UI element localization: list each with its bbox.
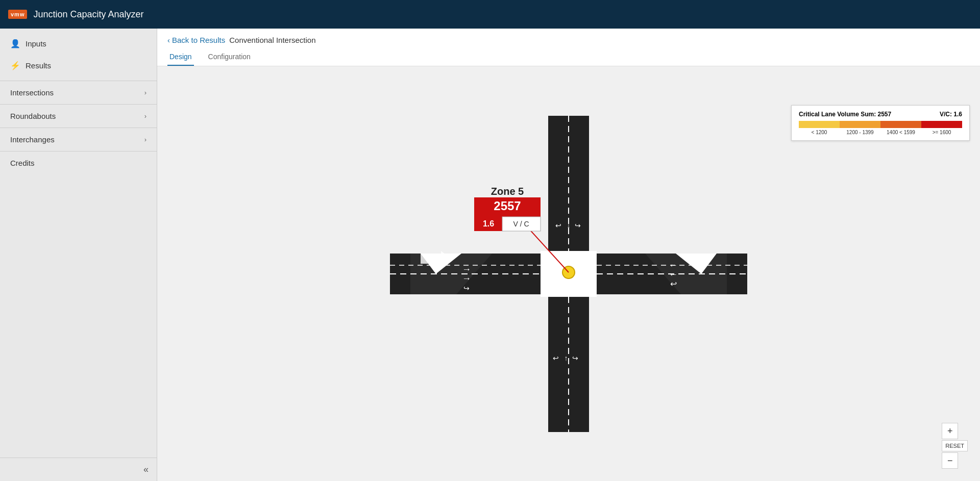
legend-title-row: Critical Lane Volume Sum: 2557 V/C: 1.6	[799, 111, 962, 118]
lightning-icon: ⚡	[10, 61, 20, 70]
sidebar-roundabouts-label: Roundabouts	[10, 112, 56, 120]
app-title: Junction Capacity Analyzer	[33, 9, 143, 20]
sidebar-section-interchanges: Interchanges ›	[0, 128, 157, 151]
legend-seg-2	[840, 121, 880, 128]
legend-label-3: 1400 < 1599	[880, 130, 921, 135]
back-to-results-link[interactable]: ‹ Back to Results	[167, 36, 225, 44]
sidebar-item-results-label: Results	[26, 61, 51, 70]
chevron-right-icon-2: ›	[144, 112, 146, 120]
legend-label-1: < 1200	[799, 130, 840, 135]
intersection-diagram: → → ↪ ← ← ↩ ↩ ↓ ↪ ↩ ↑ ↪	[390, 116, 747, 432]
sidebar-section-intersections: Intersections ›	[0, 81, 157, 105]
app-logo: vmw	[8, 10, 27, 19]
breadcrumb: ‹ Back to Results Conventional Intersect…	[167, 29, 970, 44]
minus-icon: −	[947, 455, 953, 466]
back-link-label: Back to Results	[172, 36, 225, 44]
sidebar-collapse-button[interactable]: «	[0, 458, 157, 481]
tab-design[interactable]: Design	[167, 48, 194, 66]
sidebar-section-roundabouts: Roundabouts ›	[0, 105, 157, 128]
sidebar-item-intersections[interactable]: Intersections ›	[0, 81, 157, 104]
sidebar-item-results[interactable]: ⚡ Results	[0, 55, 157, 77]
breadcrumb-current: Conventional Intersection	[229, 36, 315, 44]
zoom-out-button[interactable]: −	[942, 452, 958, 469]
legend-label-2: 1200 - 1399	[840, 130, 880, 135]
topbar: vmw Junction Capacity Analyzer	[0, 0, 980, 29]
svg-text:↪: ↪	[572, 354, 578, 362]
zoom-controls: + RESET −	[942, 423, 968, 469]
legend-clv-title: Critical Lane Volume Sum: 2557	[799, 111, 891, 118]
zoom-in-button[interactable]: +	[942, 423, 958, 439]
legend-bar-row	[799, 121, 962, 128]
reset-label: RESET	[945, 443, 964, 449]
legend-label-4: >= 1600	[921, 130, 962, 135]
legend-seg-1	[799, 121, 840, 128]
sidebar-item-interchanges[interactable]: Interchanges ›	[0, 128, 157, 151]
collapse-icon: «	[143, 464, 149, 474]
legend-seg-4	[921, 121, 962, 128]
chevron-left-icon: ‹	[167, 36, 170, 44]
svg-text:↩: ↩	[555, 221, 561, 230]
main-layout: 👤 Inputs ⚡ Results Intersections › Round…	[0, 29, 980, 481]
sidebar-item-credits[interactable]: Credits	[0, 151, 157, 174]
tab-configuration[interactable]: Configuration	[206, 48, 253, 66]
legend-labels: < 1200 1200 - 1399 1400 < 1599 >= 1600	[799, 130, 962, 135]
legend-box: Critical Lane Volume Sum: 2557 V/C: 1.6 …	[791, 105, 970, 141]
clv-value: 2557	[494, 199, 521, 213]
chevron-right-icon: ›	[144, 89, 146, 96]
svg-text:1.6: 1.6	[483, 219, 494, 228]
sidebar-interchanges-label: Interchanges	[10, 135, 55, 144]
sidebar-item-roundabouts[interactable]: Roundabouts ›	[0, 105, 157, 128]
content-area: ‹ Back to Results Conventional Intersect…	[157, 29, 980, 481]
legend-vc-label: V/C: 1.6	[940, 111, 962, 118]
sidebar-intersections-label: Intersections	[10, 88, 54, 97]
tab-configuration-label: Configuration	[208, 53, 251, 61]
sidebar: 👤 Inputs ⚡ Results Intersections › Round…	[0, 29, 157, 481]
chevron-right-icon-3: ›	[144, 136, 146, 143]
tab-design-label: Design	[169, 53, 192, 61]
svg-text:↑: ↑	[565, 354, 568, 362]
sidebar-item-inputs[interactable]: 👤 Inputs	[0, 33, 157, 55]
plus-icon: +	[947, 426, 953, 437]
diagram-area: Critical Lane Volume Sum: 2557 V/C: 1.6 …	[157, 66, 980, 481]
svg-text:↓: ↓	[567, 221, 571, 230]
tabs-row: Design Configuration	[167, 44, 970, 66]
sidebar-item-inputs-label: Inputs	[26, 39, 46, 48]
credits-label: Credits	[10, 159, 35, 167]
sidebar-nav-top: 👤 Inputs ⚡ Results	[0, 29, 157, 81]
svg-text:V / C: V / C	[513, 220, 529, 228]
person-icon: 👤	[10, 39, 20, 48]
content-header: ‹ Back to Results Conventional Intersect…	[157, 29, 980, 66]
svg-text:Zone 5: Zone 5	[491, 186, 524, 197]
svg-text:↪: ↪	[575, 221, 581, 230]
svg-text:↩: ↩	[553, 354, 559, 362]
reset-button[interactable]: RESET	[942, 440, 968, 451]
svg-text:↪: ↪	[463, 284, 470, 292]
legend-seg-3	[880, 121, 921, 128]
